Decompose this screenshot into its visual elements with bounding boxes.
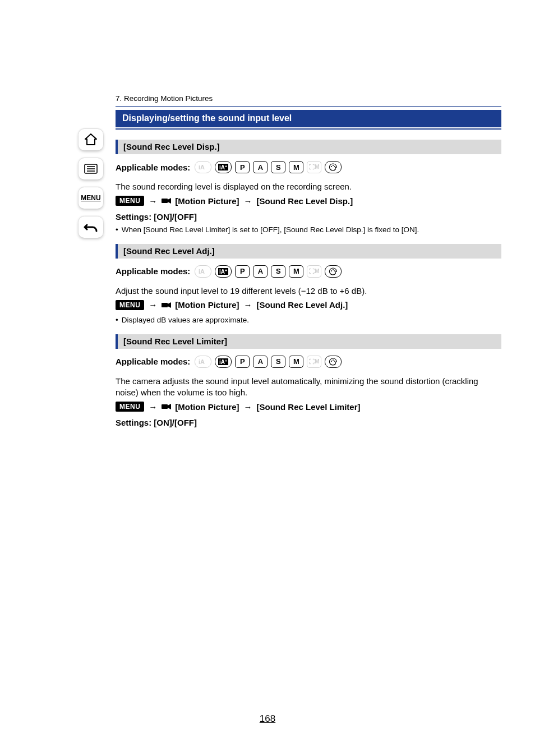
section-body: The camera adjusts the sound input level… [116,376,501,399]
mode-palette-icon [325,265,342,278]
mode-s-icon: S [271,161,285,173]
section-title: [Sound Rec Level Adj.] [116,244,501,259]
toc-button[interactable] [79,158,103,179]
mode-a-icon: A [253,356,268,368]
svg-point-24 [331,361,332,362]
list-icon [84,164,98,174]
menu-path: MENU → [Motion Picture] → [Sound Rec Lev… [116,300,501,310]
menu-path: MENU → [Motion Picture] → [Sound Rec Lev… [116,196,501,206]
arrow-icon: → [244,300,252,310]
sidebar-nav: MENU [79,129,103,238]
applicable-modes: Applicable modes: iA iA+ P A S M ⛶M [116,161,501,173]
svg-rect-19 [162,303,168,307]
mode-a-icon: A [253,265,268,278]
svg-text:iA: iA [219,269,225,275]
svg-text:iA: iA [219,164,225,170]
mode-filmm-icon: ⛶M [307,265,321,278]
mode-ia-icon: iA [195,161,211,173]
mode-filmm-icon: ⛶M [307,356,321,368]
menu-step: [Motion Picture] [175,196,239,206]
mode-m-icon: M [289,265,303,278]
menu-chip: MENU [116,402,144,412]
modes-label: Applicable modes: [116,266,190,276]
menu-chip: MENU [116,196,144,206]
back-icon [84,222,98,233]
mode-palette-icon [325,161,342,173]
motion-picture-icon [162,197,172,205]
mode-palette-icon [325,356,342,368]
mode-iaplus-icon: iA+ [215,356,232,368]
back-button[interactable] [79,216,103,238]
mode-filmm-icon: ⛶M [307,161,321,173]
section-body: The sound recording level is displayed o… [116,181,501,192]
mode-s-icon: S [271,356,285,368]
mode-a-icon: A [253,161,268,173]
svg-point-18 [334,270,335,271]
modes-label: Applicable modes: [116,163,190,172]
menu-chip: MENU [116,300,144,310]
svg-text:iA: iA [199,268,205,275]
svg-rect-27 [162,404,168,409]
bullet-icon: • [116,316,118,324]
note: • Displayed dB values are approximate. [116,316,501,324]
applicable-modes: Applicable modes: iA iA+ P A S M ⛶M [116,265,501,278]
section-title: [Sound Rec Level Disp.] [116,140,501,154]
menu-step: [Motion Picture] [175,402,239,412]
menu-step: [Sound Rec Level Limiter] [257,402,361,412]
menu-step: [Sound Rec Level Adj.] [257,300,348,310]
note: • When [Sound Rec Level Limiter] is set … [116,225,501,234]
mode-ia-icon: iA [195,265,211,278]
svg-text:iA: iA [199,358,205,365]
menu-button[interactable]: MENU [79,187,103,209]
arrow-icon: → [244,402,252,412]
home-icon [84,133,98,146]
arrow-icon: → [149,300,157,310]
note-text: When [Sound Rec Level Limiter] is set to… [122,225,419,234]
arrow-icon: → [244,196,252,206]
bullet-icon: • [116,225,118,234]
settings-line: Settings: [ON]/[OFF] [116,417,501,428]
mode-p-icon: P [235,356,250,368]
applicable-modes: Applicable modes: iA iA+ P A S M ⛶M [116,356,501,368]
mode-m-icon: M [289,356,303,368]
motion-picture-icon [162,403,172,411]
note-text: Displayed dB values are approximate. [122,316,249,324]
svg-text:iA: iA [219,359,225,365]
mode-ia-icon: iA [195,356,211,368]
settings-line: Settings: [ON]/[OFF] [116,211,501,223]
mode-p-icon: P [235,161,250,173]
rule [116,106,501,107]
page-heading: Displaying/setting the sound input level [116,110,501,127]
rule [116,128,501,130]
svg-point-26 [334,361,335,362]
svg-point-16 [331,270,332,271]
svg-rect-11 [162,199,168,203]
page-number: 168 [0,713,535,725]
menu-path: MENU → [Motion Picture] → [Sound Rec Lev… [116,402,501,412]
svg-point-17 [333,269,334,270]
home-button[interactable] [79,129,103,150]
mode-s-icon: S [271,265,285,278]
section-body: Adjust the sound input level to 19 diffe… [116,285,501,297]
svg-text:iA: iA [199,164,205,170]
svg-text:+: + [225,164,227,168]
svg-text:+: + [225,359,227,363]
motion-picture-icon [162,301,172,309]
mode-m-icon: M [289,161,303,173]
mode-iaplus-icon: iA+ [215,161,232,173]
svg-point-8 [331,166,332,167]
mode-p-icon: P [235,265,250,278]
mode-iaplus-icon: iA+ [215,265,232,278]
arrow-icon: → [149,196,157,206]
modes-label: Applicable modes: [116,357,190,366]
menu-step: [Motion Picture] [175,300,239,310]
svg-point-10 [334,166,335,167]
svg-text:+: + [225,269,227,273]
section-title: [Sound Rec Level Limiter] [116,334,501,349]
chapter-label: 7. Recording Motion Pictures [116,94,501,103]
arrow-icon: → [149,402,157,412]
svg-point-9 [333,165,334,166]
menu-step: [Sound Rec Level Disp.] [257,196,353,206]
svg-point-25 [333,359,334,361]
